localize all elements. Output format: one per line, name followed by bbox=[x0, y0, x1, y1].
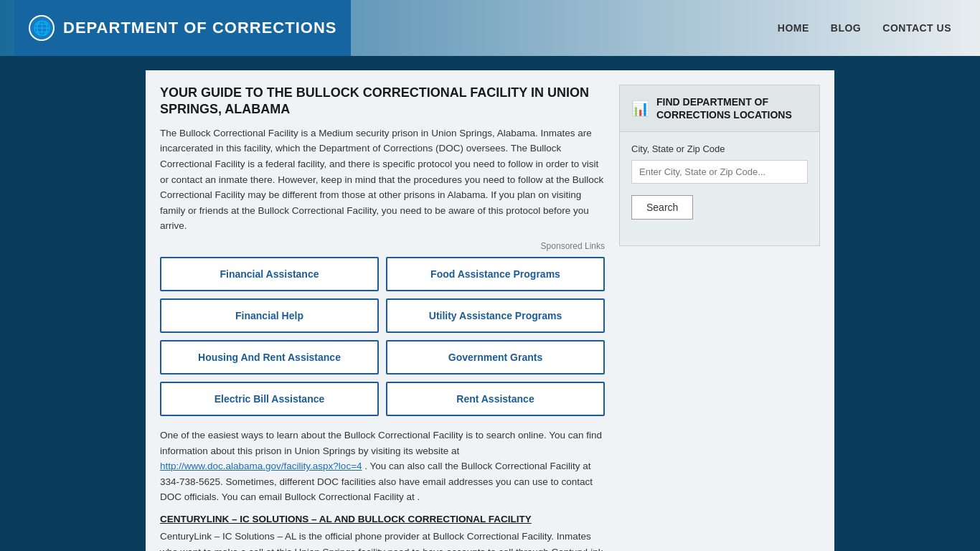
btn-rent-assistance[interactable]: Rent Assistance bbox=[386, 382, 605, 416]
nav-home[interactable]: HOME bbox=[778, 22, 809, 34]
header-logo: 🌐 DEPARTMENT OF CORRECTIONS bbox=[14, 0, 351, 56]
facility-link[interactable]: http://www.doc.alabama.gov/facility.aspx… bbox=[160, 461, 362, 471]
globe-icon: 🌐 bbox=[29, 15, 55, 41]
main-wrapper: YOUR GUIDE TO THE BULLOCK CORRECTIONAL F… bbox=[146, 70, 834, 551]
btn-financial-assistance[interactable]: Financial Assistance bbox=[160, 257, 379, 291]
btn-financial-help[interactable]: Financial Help bbox=[160, 298, 379, 333]
btn-utility-assistance[interactable]: Utility Assistance Programs bbox=[386, 298, 605, 333]
buttons-grid: Financial Assistance Food Assistance Pro… bbox=[160, 257, 605, 416]
sidebar-label: City, State or Zip Code bbox=[631, 143, 808, 154]
page-intro: The Bullock Correctional Facility is a M… bbox=[160, 126, 605, 234]
sidebar-header-text: FIND DEPARTMENT OF CORRECTIONS LOCATIONS bbox=[656, 95, 808, 121]
btn-food-assistance[interactable]: Food Assistance Programs bbox=[386, 257, 605, 291]
nav-contact[interactable]: CONTACT US bbox=[882, 22, 951, 34]
btn-government-grants[interactable]: Government Grants bbox=[386, 340, 605, 375]
header-title: DEPARTMENT OF CORRECTIONS bbox=[63, 19, 336, 37]
sidebar-header: 📊 FIND DEPARTMENT OF CORRECTIONS LOCATIO… bbox=[620, 85, 819, 132]
header-nav: HOME BLOG CONTACT US bbox=[778, 22, 966, 34]
sponsored-links: Sponsored Links bbox=[160, 241, 605, 251]
location-search-input[interactable] bbox=[631, 160, 808, 184]
chart-icon: 📊 bbox=[631, 100, 649, 117]
section-heading: CENTURYLINK – IC SOLUTIONS – AL AND BULL… bbox=[160, 514, 605, 524]
header: 🌐 DEPARTMENT OF CORRECTIONS HOME BLOG CO… bbox=[0, 0, 980, 56]
sidebar-body: City, State or Zip Code Search bbox=[620, 132, 819, 231]
section-text-centurylink: CenturyLink – IC Solutions – AL is the o… bbox=[160, 529, 605, 551]
page-title: YOUR GUIDE TO THE BULLOCK CORRECTIONAL F… bbox=[160, 85, 605, 118]
nav-blog[interactable]: BLOG bbox=[831, 22, 861, 34]
btn-electric-bill[interactable]: Electric Bill Assistance bbox=[160, 382, 379, 416]
btn-housing-rent[interactable]: Housing And Rent Assistance bbox=[160, 340, 379, 375]
content-area: YOUR GUIDE TO THE BULLOCK CORRECTIONAL F… bbox=[160, 85, 605, 551]
body-text-1: One of the easiest ways to learn about t… bbox=[160, 428, 605, 505]
search-button[interactable]: Search bbox=[631, 195, 693, 220]
sidebar: 📊 FIND DEPARTMENT OF CORRECTIONS LOCATIO… bbox=[619, 85, 820, 246]
